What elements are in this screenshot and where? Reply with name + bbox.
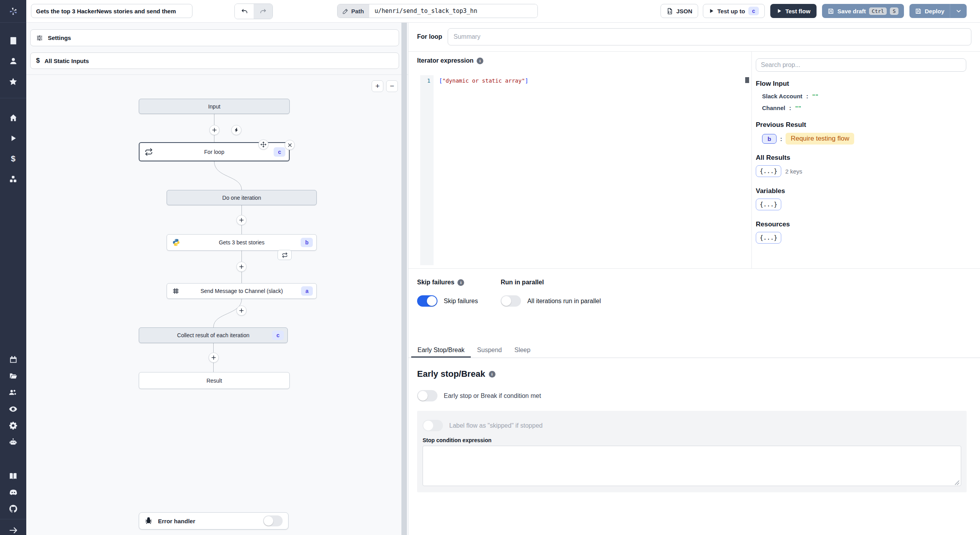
stop-condition-textarea[interactable] [423,446,961,486]
undo-button[interactable] [235,4,254,19]
step-ref-chip[interactable]: b [762,134,777,144]
settings-gear-icon[interactable] [9,421,18,430]
node-collect-result[interactable]: Collect result of each iteration c [139,327,288,343]
flow-canvas[interactable]: Settings $ All Static Inputs + − Input [26,22,408,535]
run-in-parallel-toggle[interactable] [501,295,521,307]
repeat-icon [145,148,153,156]
prop-row-slack-account[interactable]: Slack Account : "" [756,93,966,99]
json-button[interactable]: JSON [661,4,698,18]
error-handler-node[interactable]: Error handler [139,512,289,530]
editor-scroll-indicator[interactable] [745,77,749,83]
info-icon[interactable]: i [477,58,483,64]
variables-object-chip[interactable]: {...} [756,199,781,210]
retry-settings-chip[interactable] [278,250,292,260]
step-id-badge: c [274,147,285,157]
github-icon[interactable] [9,504,18,513]
tab-suspend[interactable]: Suspend [471,342,508,358]
context-props-panel: Flow Input Slack Account : "" Channel : … [751,52,980,268]
tab-sleep[interactable]: Sleep [508,342,537,358]
deploy-dropdown-button[interactable] [950,4,967,18]
file-icon [666,8,673,14]
node-gets-3-best-stories[interactable]: Gets 3 best stories b [167,234,317,251]
favorites-star-icon[interactable] [9,77,18,86]
info-icon[interactable]: i [489,371,495,378]
path-label: Path [351,8,364,14]
node-send-message-slack[interactable]: Send Message to Channel (slack) a [167,283,317,299]
skip-failures-option: Skip failures i Skip failures [417,279,478,342]
kbd-ctrl: Ctrl [869,7,887,15]
node-result[interactable]: Result [139,372,290,389]
prop-row-channel[interactable]: Channel : "" [756,105,966,111]
editor-code-line[interactable]: ["dynamic or static array"] [434,75,744,265]
tab-early-stop-break[interactable]: Early Stop/Break [411,342,471,358]
insert-step-button[interactable] [236,262,247,272]
home-icon[interactable] [9,113,18,123]
step-id-badge: b [301,238,313,247]
user-icon[interactable] [9,56,18,66]
undo-redo-group [234,4,273,19]
zoom-out-button[interactable]: − [386,80,398,92]
path-field[interactable]: Path u/henri/send_to_slack_top3_hn [337,4,538,18]
groups-icon[interactable] [9,388,18,397]
folders-icon[interactable] [9,371,18,381]
early-stop-section: Early stop/Break i Early stop or Break i… [408,358,980,492]
workers-robot-icon[interactable] [9,437,18,446]
skip-failures-label: Skip failures [444,298,478,305]
insert-step-button[interactable] [209,352,219,363]
summary-input[interactable] [448,28,971,45]
play-icon [709,8,714,14]
iterator-editor-section: Iterator expression i 1 ["dynamic or sta… [408,52,751,268]
plus-icon [239,217,244,223]
error-handler-toggle[interactable] [263,515,283,526]
all-results-title: All Results [756,154,966,162]
resources-boxes-icon[interactable] [9,174,18,184]
path-value[interactable]: u/henri/send_to_slack_top3_hn [369,4,537,18]
insert-step-button[interactable] [236,305,247,316]
variables-dollar-icon[interactable]: $ [9,154,18,163]
label-skipped-toggle[interactable] [423,420,443,431]
sidebar-divider [0,98,26,98]
test-flow-button[interactable]: Test flow [770,4,817,18]
skip-failures-title: Skip failures [417,279,454,286]
step-title: For loop [417,33,442,40]
slack-icon [172,287,180,295]
dollar-icon: $ [36,57,40,65]
early-stop-toggle[interactable] [417,390,437,401]
deploy-button[interactable]: Deploy [909,4,950,18]
delete-step-button[interactable] [285,140,295,150]
redo-button[interactable] [254,4,272,19]
insert-step-button[interactable] [236,215,247,225]
expand-arrow-icon[interactable] [9,526,18,535]
step-id-badge: c [272,331,284,340]
windmill-logo[interactable] [0,0,26,23]
deploy-split-button: Deploy [909,4,967,18]
stop-condition-label: Stop condition expression [423,437,961,443]
variables-title: Variables [756,187,966,195]
move-step-button[interactable] [258,139,269,150]
resources-object-chip[interactable]: {...} [756,232,781,244]
insert-step-button[interactable] [209,125,220,135]
plus-icon [211,355,216,360]
canvas-scrollbar[interactable] [401,22,407,535]
test-up-to-button[interactable]: Test up to c [703,4,765,18]
discord-icon[interactable] [9,488,18,497]
flow-settings-row[interactable]: Settings [30,29,399,46]
schedules-calendar-icon[interactable] [9,355,18,364]
workspace-icon[interactable] [9,36,18,45]
runs-play-icon[interactable] [9,134,18,143]
skip-failures-toggle[interactable] [417,295,437,307]
node-input[interactable]: Input [139,99,290,114]
code-editor[interactable]: 1 ["dynamic or static array"] [420,75,750,265]
all-results-object-chip[interactable]: {...} [756,165,781,177]
flow-title-input[interactable] [31,4,192,18]
zoom-in-button[interactable]: + [372,80,383,92]
search-prop-input[interactable] [756,58,966,72]
all-static-inputs-row[interactable]: $ All Static Inputs [30,52,399,69]
trigger-bolt-button[interactable] [231,125,241,135]
info-icon[interactable]: i [457,279,464,286]
save-draft-button[interactable]: Save draft Ctrl S [822,4,904,18]
docs-book-icon[interactable] [9,471,18,481]
node-do-one-iteration[interactable]: Do one iteration [167,190,317,205]
audit-eye-icon[interactable] [9,404,18,414]
iterator-expression-label: Iterator expression [417,57,474,64]
